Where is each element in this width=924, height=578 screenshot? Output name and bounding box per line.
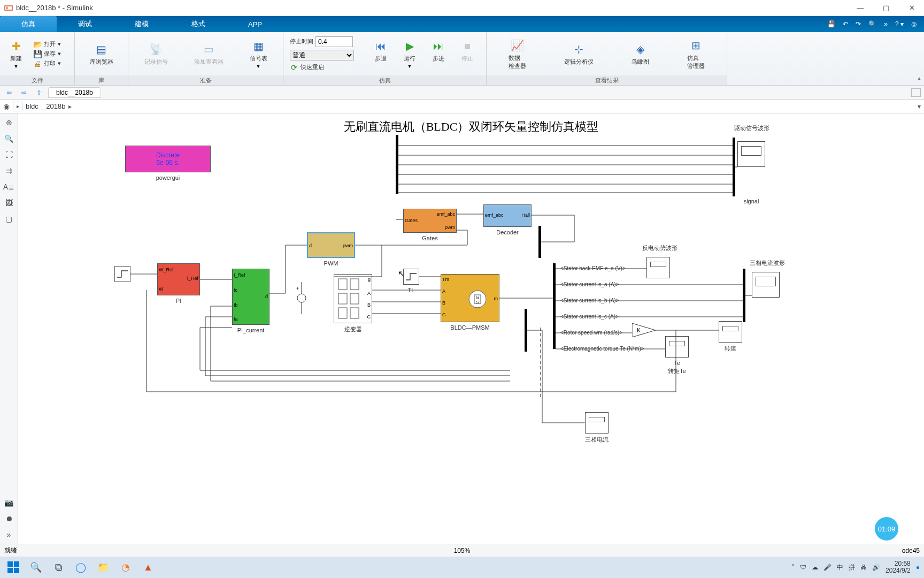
open-button[interactable]: 📂打开 ▾ bbox=[32, 40, 62, 49]
mux-hall[interactable] bbox=[538, 226, 541, 258]
pi-label: PI bbox=[157, 298, 200, 304]
model-browser-toggle[interactable]: ◉ bbox=[3, 102, 10, 111]
block-pi-current[interactable]: I_Ref Ic Ib Ia d bbox=[232, 269, 270, 325]
block-gates[interactable]: Gates emf_abc pwm bbox=[403, 209, 457, 233]
tray-onedrive-icon[interactable]: ☁ bbox=[812, 564, 818, 571]
mode-select[interactable]: 普通 bbox=[290, 50, 354, 60]
find-icon[interactable]: » bbox=[884, 20, 888, 28]
area-button[interactable]: ▢ bbox=[3, 213, 15, 225]
stop-button[interactable]: ■停止 bbox=[457, 37, 478, 70]
scope-current-bottom[interactable] bbox=[585, 412, 609, 434]
block-motor[interactable]: Tm A B C m NS bbox=[441, 274, 499, 322]
log-signal-button[interactable]: 📡记录信号 bbox=[141, 41, 171, 67]
tray-notification-icon[interactable]: ● bbox=[916, 564, 920, 571]
tray-ime-mode[interactable]: 拼 bbox=[849, 563, 855, 572]
block-tl[interactable] bbox=[403, 269, 419, 285]
expand-button[interactable]: » bbox=[3, 529, 15, 541]
tray-ime-lang[interactable]: 中 bbox=[837, 563, 843, 572]
fast-restart-button[interactable]: ⟳快速重启 bbox=[289, 63, 355, 72]
breadcrumb-root[interactable]: bldc__2018b bbox=[26, 102, 65, 110]
stop-time-input[interactable] bbox=[315, 36, 353, 47]
search-button[interactable]: 🔍 bbox=[27, 559, 45, 575]
zoom-button[interactable]: 🔍 bbox=[3, 133, 15, 144]
scope-signal[interactable] bbox=[737, 141, 765, 167]
block-pwm[interactable]: d pwm bbox=[307, 232, 355, 258]
print-button[interactable]: 🖨打印 ▾ bbox=[32, 59, 62, 69]
mux-drive-signals[interactable] bbox=[733, 138, 735, 196]
scope-speed[interactable] bbox=[719, 321, 742, 343]
target-icon[interactable]: ◎ bbox=[911, 20, 917, 28]
model-canvas[interactable]: 无刷直流电机（BLDC）双闭环矢量控制仿真模型 Discrete 5e-06 s… bbox=[18, 113, 924, 544]
tab-format[interactable]: 格式 bbox=[170, 16, 227, 32]
run-button[interactable]: ▶运行▼ bbox=[399, 37, 420, 70]
tray-mic-icon[interactable]: 🎤 bbox=[823, 564, 831, 571]
image-button[interactable]: 🖼 bbox=[3, 197, 15, 209]
gain-text: -K- bbox=[635, 328, 642, 333]
model-tab[interactable]: bldc__2018b bbox=[48, 87, 101, 98]
logic-analyzer-button[interactable]: ⊹逻辑分析仪 bbox=[561, 41, 597, 67]
sim-manager-button[interactable]: ⊞仿真 管理器 bbox=[684, 37, 708, 71]
screenshot-button[interactable]: 📷 bbox=[3, 497, 15, 508]
sample-time-button[interactable]: ⇉ bbox=[3, 165, 15, 177]
tray-clock[interactable]: 20:58 2024/9/2 bbox=[886, 560, 911, 574]
tab-app[interactable]: APP bbox=[227, 16, 283, 32]
maximize-button[interactable]: ▢ bbox=[878, 2, 894, 14]
tray-shield-icon[interactable]: 🛡 bbox=[800, 564, 806, 571]
step-back-button[interactable]: ⏮步退 bbox=[370, 37, 391, 70]
collapse-ribbon-button[interactable]: ▴ bbox=[918, 74, 921, 82]
block-gain[interactable]: -K- bbox=[632, 323, 656, 337]
block-decoder[interactable]: emf_abc Hall bbox=[483, 204, 532, 227]
redo-icon[interactable]: ↷ bbox=[856, 20, 861, 28]
new-button[interactable]: ✚ 新建 ▼ bbox=[5, 37, 27, 70]
bus-selector[interactable] bbox=[553, 263, 556, 349]
matlab-icon[interactable]: ▲ bbox=[139, 559, 157, 575]
fit-view-button[interactable]: ⊕ bbox=[3, 117, 15, 128]
fit-selection-button[interactable]: ⛶ bbox=[3, 149, 15, 161]
tab-sim[interactable]: 仿真 bbox=[0, 16, 57, 32]
block-pi[interactable]: W_Ref W i_Ref bbox=[157, 263, 200, 295]
save-button[interactable]: 💾保存 ▾ bbox=[32, 49, 62, 59]
ribbon-group-results: 📈数据 检查器 ⊹逻辑分析仪 ◈鸟瞰图 ⊞仿真 管理器 查看结果 bbox=[487, 32, 727, 85]
save-icon[interactable]: 💾 bbox=[827, 20, 835, 28]
edge-icon[interactable]: ◯ bbox=[72, 559, 90, 575]
help-icon[interactable]: ? ▾ bbox=[895, 20, 904, 28]
tray-network-icon[interactable]: 🖧 bbox=[860, 564, 867, 571]
add-viewer-button[interactable]: ▭添加查看器 bbox=[191, 41, 227, 67]
annotation-button[interactable]: A≣ bbox=[3, 181, 15, 193]
scope-three-phase[interactable] bbox=[752, 272, 780, 298]
view-toggle-button[interactable] bbox=[911, 88, 921, 97]
undo-icon[interactable]: ↶ bbox=[843, 20, 848, 28]
block-dc-source[interactable]: +- bbox=[296, 279, 307, 317]
mux-phase-current[interactable] bbox=[743, 269, 745, 322]
close-button[interactable]: ✕ bbox=[904, 2, 920, 14]
search-icon[interactable]: 🔍 bbox=[868, 20, 876, 28]
tab-debug[interactable]: 调试 bbox=[57, 16, 113, 32]
library-browser-button[interactable]: ▤ 库浏览器 bbox=[87, 41, 117, 67]
start-button[interactable] bbox=[4, 559, 22, 575]
nav-forward-button[interactable]: ⇨ bbox=[18, 87, 30, 98]
scope-te[interactable] bbox=[665, 336, 689, 358]
taskview-button[interactable]: ⧉ bbox=[49, 559, 67, 575]
breadcrumb-menu-button[interactable]: ▾ bbox=[918, 103, 921, 110]
step-fwd-button[interactable]: ⏭步进 bbox=[428, 37, 449, 70]
block-step[interactable] bbox=[114, 266, 130, 282]
tl-label: TL bbox=[401, 287, 422, 293]
tab-model[interactable]: 建模 bbox=[113, 16, 170, 32]
block-inverter[interactable]: g A B C bbox=[334, 274, 372, 323]
block-powergui[interactable]: Discrete 5e-06 s. bbox=[125, 146, 211, 172]
birdseye-button[interactable]: ◈鸟瞰图 bbox=[628, 41, 652, 67]
data-inspector-button[interactable]: 📈数据 检查器 bbox=[505, 37, 529, 71]
mux-current[interactable] bbox=[525, 309, 527, 352]
recording-badge[interactable]: 01:09 bbox=[875, 517, 898, 541]
scope-emf[interactable] bbox=[646, 257, 670, 278]
minimize-button[interactable]: — bbox=[852, 2, 868, 14]
demux-drive[interactable] bbox=[396, 135, 398, 194]
tray-chevron-icon[interactable]: ˄ bbox=[791, 564, 795, 571]
nav-up-button[interactable]: ⇧ bbox=[33, 87, 45, 98]
app1-icon[interactable]: ◔ bbox=[117, 559, 135, 575]
record-button[interactable]: ⏺ bbox=[3, 513, 15, 524]
signal-table-button[interactable]: ▦信号表▼ bbox=[247, 37, 271, 70]
explorer-icon[interactable]: 📁 bbox=[94, 559, 112, 575]
nav-back-button[interactable]: ⇦ bbox=[3, 87, 15, 98]
tray-volume-icon[interactable]: 🔊 bbox=[872, 564, 880, 571]
